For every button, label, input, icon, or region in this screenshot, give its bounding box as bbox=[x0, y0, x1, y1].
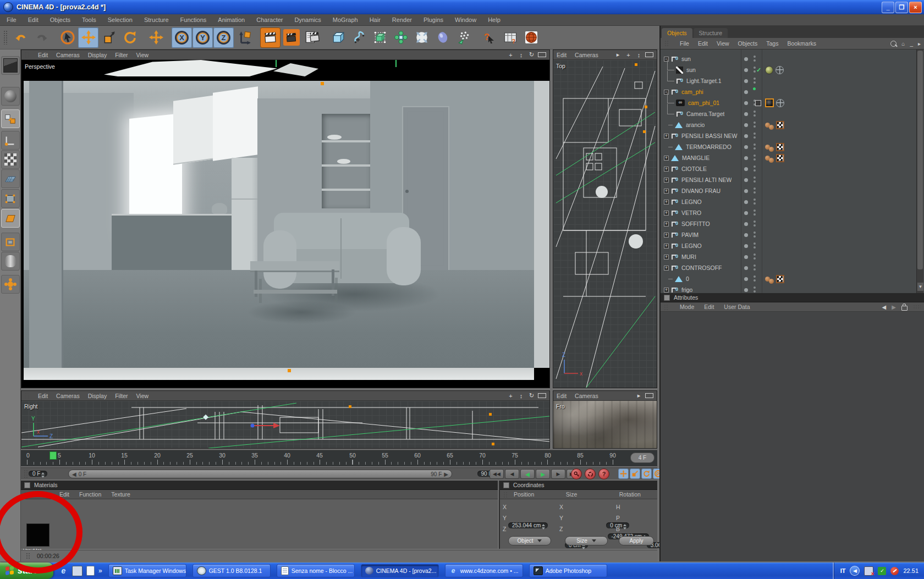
layer-dot[interactable] bbox=[744, 57, 748, 61]
taskbar-button-notepad[interactable]: Senza nome - Blocco ... bbox=[277, 564, 355, 577]
add-environment-icon[interactable] bbox=[432, 27, 453, 48]
layer-dot[interactable] bbox=[744, 101, 748, 105]
vp-menu-filter[interactable]: Filter bbox=[115, 52, 128, 58]
menu-objects[interactable]: Objects bbox=[50, 16, 70, 23]
materials-menu-edit[interactable]: Edit bbox=[59, 491, 69, 498]
make-editable-icon[interactable] bbox=[1, 109, 20, 128]
apply-button[interactable]: Apply bbox=[619, 536, 654, 545]
vp-menu-cameras[interactable]: Cameras bbox=[56, 52, 80, 58]
vp-menu-display[interactable]: Display bbox=[88, 52, 107, 58]
attr-menu-mode[interactable]: Mode bbox=[680, 304, 694, 310]
visibility-dots[interactable] bbox=[754, 67, 756, 69]
slider-left-arrow-icon[interactable]: ◀ bbox=[72, 471, 76, 477]
move-icon[interactable] bbox=[78, 27, 98, 48]
goto-start-button[interactable]: ◀◀ bbox=[490, 469, 504, 479]
visibility-dots[interactable] bbox=[754, 275, 756, 278]
focus-tag-icon[interactable] bbox=[755, 100, 761, 106]
home-icon[interactable]: ⌂ bbox=[901, 41, 905, 47]
top-canvas[interactable]: Top bbox=[553, 60, 657, 388]
history-back-icon[interactable]: ◀ bbox=[882, 304, 887, 310]
texture-tag-icon[interactable] bbox=[776, 154, 784, 162]
visibility-dots[interactable] bbox=[754, 286, 756, 289]
maximize-viewport-icon[interactable] bbox=[645, 52, 653, 57]
object-row-frigo[interactable]: frigo bbox=[661, 284, 916, 293]
live-selection-icon[interactable] bbox=[57, 27, 78, 48]
pan-icon[interactable]: + bbox=[507, 52, 515, 58]
attributes-header[interactable]: Attributes bbox=[661, 293, 924, 302]
lock-icon[interactable] bbox=[901, 306, 908, 311]
object-row-divano-frau[interactable]: DIVANO FRAU bbox=[661, 185, 916, 196]
toolbar-grip[interactable] bbox=[3, 30, 8, 45]
perspective-canvas[interactable]: Perspective bbox=[21, 60, 549, 388]
previous-key-button[interactable]: ◀ bbox=[505, 469, 519, 479]
object-axis-mode-icon[interactable] bbox=[1, 275, 20, 294]
add-modeling-icon[interactable] bbox=[391, 27, 411, 48]
render-settings-icon[interactable] bbox=[302, 27, 322, 48]
menu-render[interactable]: Render bbox=[392, 16, 412, 23]
scale-icon[interactable] bbox=[99, 27, 119, 48]
expander-icon[interactable] bbox=[664, 156, 669, 161]
record-key-button[interactable] bbox=[571, 468, 582, 479]
menu-overflow-icon[interactable]: ▸ bbox=[635, 392, 643, 399]
texture-tag-icon[interactable] bbox=[776, 275, 784, 283]
taskbar-button-c4dzone[interactable]: e www.c4dzone.com • ... bbox=[445, 564, 523, 577]
history-forward-icon[interactable]: ▶ bbox=[892, 304, 896, 310]
animation-dot[interactable] bbox=[753, 87, 756, 90]
material-swatch-vraymat[interactable] bbox=[26, 523, 50, 547]
texture-tag-icon[interactable] bbox=[776, 143, 784, 151]
object-row-sun-light[interactable]: sun ✓ bbox=[661, 64, 916, 75]
layer-dot[interactable] bbox=[744, 277, 748, 281]
taskbar-button-taskmanager[interactable]: Task Manager Windows bbox=[108, 564, 186, 577]
tab-objects[interactable]: Objects bbox=[662, 28, 692, 38]
object-row-cam-phi-01[interactable]: ∞ cam_phi_01 bbox=[661, 97, 916, 108]
layer-dot[interactable] bbox=[744, 134, 748, 138]
layer-dot[interactable] bbox=[744, 145, 748, 149]
polygons-mode-icon[interactable] bbox=[1, 209, 20, 228]
visibility-dots[interactable] bbox=[754, 177, 756, 179]
vp-menu-cameras[interactable]: Cameras bbox=[56, 393, 80, 399]
object-row-muri[interactable]: MURI bbox=[661, 251, 916, 262]
phong-tag-icon[interactable] bbox=[769, 147, 774, 152]
om-menu-view[interactable]: View bbox=[717, 40, 729, 47]
object-row-vetro[interactable]: VETRO bbox=[661, 207, 916, 218]
object-row-controsoff[interactable]: CONTROSOFF bbox=[661, 262, 916, 273]
materials-header[interactable]: Materials bbox=[21, 481, 498, 490]
visibility-dots[interactable] bbox=[754, 155, 756, 157]
coordinates-header[interactable]: Coordinates bbox=[500, 481, 657, 490]
object-row-ciotole[interactable]: CIOTOLE bbox=[661, 163, 916, 174]
slider-right-arrow-icon[interactable]: ▶ bbox=[444, 471, 448, 477]
visibility-dots[interactable] bbox=[754, 220, 756, 223]
right-canvas[interactable]: Right Y Z x bbox=[21, 401, 549, 448]
layer-dot[interactable] bbox=[744, 68, 748, 72]
expander-icon[interactable] bbox=[664, 211, 669, 216]
menu-mograph[interactable]: MoGraph bbox=[333, 16, 358, 23]
material-preview-icon[interactable] bbox=[1, 87, 20, 106]
timeline-ruler[interactable]: 0 5 10 15 20 25 30 35 40 45 50 55 60 65 … bbox=[21, 450, 657, 466]
visibility-dots[interactable] bbox=[754, 264, 756, 267]
pan-icon[interactable]: + bbox=[507, 393, 515, 399]
expander-icon[interactable] bbox=[664, 189, 669, 194]
expander-icon[interactable] bbox=[664, 266, 669, 271]
edges-mode-icon[interactable] bbox=[1, 233, 20, 251]
om-menu-edit[interactable]: Edit bbox=[698, 40, 708, 47]
menu-character[interactable]: Character bbox=[256, 16, 283, 23]
texture-mode-icon[interactable] bbox=[1, 150, 20, 169]
object-row-pensili-alti[interactable]: PENSILI ALTI NEW bbox=[661, 174, 916, 185]
play-forwards-button[interactable]: ▶ bbox=[536, 469, 550, 479]
security-shield-icon[interactable]: ✓ bbox=[878, 567, 886, 575]
expander-icon[interactable] bbox=[664, 167, 669, 172]
menu-edit[interactable]: Edit bbox=[28, 16, 38, 23]
expander-icon[interactable] bbox=[664, 134, 669, 139]
menu-window[interactable]: Window bbox=[455, 16, 476, 23]
orbit-icon[interactable]: ↻ bbox=[527, 51, 536, 58]
viewport-perspective[interactable]: Edit Cameras Display Filter View + ↕ ↻ P… bbox=[21, 49, 550, 388]
record-rotation-button[interactable] bbox=[641, 468, 652, 479]
materials-grip[interactable] bbox=[24, 492, 29, 498]
collapse-icon[interactable]: _ bbox=[910, 41, 913, 47]
points-mode-icon[interactable] bbox=[1, 189, 20, 208]
om-menu-file[interactable]: File bbox=[680, 40, 689, 47]
menu-help[interactable]: Help bbox=[488, 16, 501, 23]
layer-dot[interactable] bbox=[744, 79, 748, 83]
vp-menu-cameras[interactable]: Cameras bbox=[575, 393, 598, 399]
autokey-button[interactable] bbox=[585, 468, 596, 479]
